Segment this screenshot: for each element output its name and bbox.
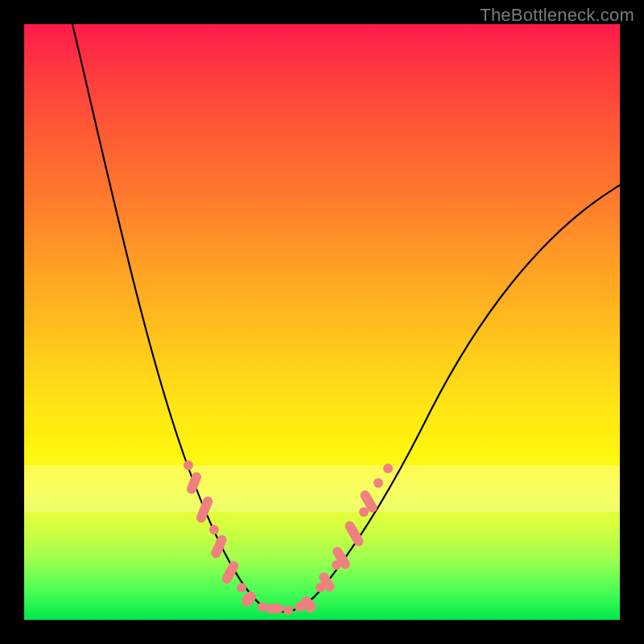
svg-rect-2 <box>195 495 214 524</box>
plot-area <box>24 24 620 620</box>
svg-point-20 <box>374 478 383 488</box>
marker-cluster-right <box>295 464 393 615</box>
svg-point-8 <box>258 602 267 612</box>
svg-point-3 <box>209 525 219 535</box>
watermark-text: TheBottleneck.com <box>480 5 634 26</box>
svg-rect-12 <box>299 594 319 615</box>
svg-point-21 <box>383 464 393 473</box>
svg-point-0 <box>184 460 193 470</box>
svg-rect-1 <box>185 471 203 495</box>
chart-container: TheBottleneck.com <box>0 0 644 644</box>
svg-rect-5 <box>221 559 241 585</box>
curve-overlay <box>24 24 620 620</box>
svg-point-6 <box>237 583 246 592</box>
svg-point-10 <box>283 605 293 615</box>
marker-cluster-left <box>184 460 293 615</box>
svg-rect-9 <box>266 604 283 613</box>
